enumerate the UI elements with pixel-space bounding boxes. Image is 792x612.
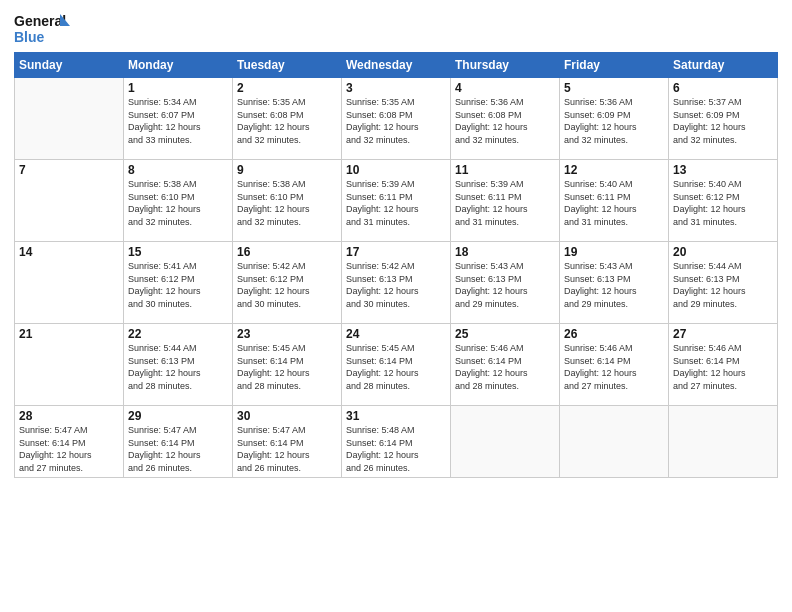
cell-info: Sunrise: 5:43 AM Sunset: 6:13 PM Dayligh…	[455, 260, 555, 310]
page: GeneralBlue SundayMondayTuesdayWednesday…	[0, 0, 792, 612]
calendar-table: SundayMondayTuesdayWednesdayThursdayFrid…	[14, 52, 778, 478]
day-number: 12	[564, 163, 664, 177]
calendar-cell: 23Sunrise: 5:45 AM Sunset: 6:14 PM Dayli…	[233, 324, 342, 406]
cell-info: Sunrise: 5:42 AM Sunset: 6:12 PM Dayligh…	[237, 260, 337, 310]
calendar-cell: 16Sunrise: 5:42 AM Sunset: 6:12 PM Dayli…	[233, 242, 342, 324]
day-number: 8	[128, 163, 228, 177]
cell-info: Sunrise: 5:47 AM Sunset: 6:14 PM Dayligh…	[19, 424, 119, 474]
day-number: 30	[237, 409, 337, 423]
cell-info: Sunrise: 5:34 AM Sunset: 6:07 PM Dayligh…	[128, 96, 228, 146]
day-header-sunday: Sunday	[15, 53, 124, 78]
calendar-cell: 22Sunrise: 5:44 AM Sunset: 6:13 PM Dayli…	[124, 324, 233, 406]
day-number: 28	[19, 409, 119, 423]
calendar-cell: 21	[15, 324, 124, 406]
calendar-cell: 17Sunrise: 5:42 AM Sunset: 6:13 PM Dayli…	[342, 242, 451, 324]
day-header-friday: Friday	[560, 53, 669, 78]
day-number: 21	[19, 327, 119, 341]
cell-info: Sunrise: 5:42 AM Sunset: 6:13 PM Dayligh…	[346, 260, 446, 310]
calendar-cell: 14	[15, 242, 124, 324]
day-number: 7	[19, 163, 119, 177]
day-number: 4	[455, 81, 555, 95]
calendar-cell: 1Sunrise: 5:34 AM Sunset: 6:07 PM Daylig…	[124, 78, 233, 160]
cell-info: Sunrise: 5:41 AM Sunset: 6:12 PM Dayligh…	[128, 260, 228, 310]
cell-info: Sunrise: 5:35 AM Sunset: 6:08 PM Dayligh…	[346, 96, 446, 146]
cell-info: Sunrise: 5:46 AM Sunset: 6:14 PM Dayligh…	[564, 342, 664, 392]
day-number: 2	[237, 81, 337, 95]
cell-info: Sunrise: 5:45 AM Sunset: 6:14 PM Dayligh…	[346, 342, 446, 392]
day-header-thursday: Thursday	[451, 53, 560, 78]
cell-info: Sunrise: 5:44 AM Sunset: 6:13 PM Dayligh…	[128, 342, 228, 392]
day-header-saturday: Saturday	[669, 53, 778, 78]
logo-svg: GeneralBlue	[14, 10, 74, 46]
cell-info: Sunrise: 5:44 AM Sunset: 6:13 PM Dayligh…	[673, 260, 773, 310]
calendar-cell: 12Sunrise: 5:40 AM Sunset: 6:11 PM Dayli…	[560, 160, 669, 242]
calendar-cell: 18Sunrise: 5:43 AM Sunset: 6:13 PM Dayli…	[451, 242, 560, 324]
day-number: 11	[455, 163, 555, 177]
day-number: 23	[237, 327, 337, 341]
calendar-cell: 2Sunrise: 5:35 AM Sunset: 6:08 PM Daylig…	[233, 78, 342, 160]
calendar-cell: 20Sunrise: 5:44 AM Sunset: 6:13 PM Dayli…	[669, 242, 778, 324]
day-number: 10	[346, 163, 446, 177]
cell-info: Sunrise: 5:48 AM Sunset: 6:14 PM Dayligh…	[346, 424, 446, 474]
cell-info: Sunrise: 5:38 AM Sunset: 6:10 PM Dayligh…	[128, 178, 228, 228]
cell-info: Sunrise: 5:39 AM Sunset: 6:11 PM Dayligh…	[455, 178, 555, 228]
cell-info: Sunrise: 5:40 AM Sunset: 6:11 PM Dayligh…	[564, 178, 664, 228]
day-header-wednesday: Wednesday	[342, 53, 451, 78]
cell-info: Sunrise: 5:36 AM Sunset: 6:08 PM Dayligh…	[455, 96, 555, 146]
calendar-cell: 10Sunrise: 5:39 AM Sunset: 6:11 PM Dayli…	[342, 160, 451, 242]
cell-info: Sunrise: 5:47 AM Sunset: 6:14 PM Dayligh…	[128, 424, 228, 474]
week-row-2: 78Sunrise: 5:38 AM Sunset: 6:10 PM Dayli…	[15, 160, 778, 242]
day-number: 29	[128, 409, 228, 423]
day-number: 31	[346, 409, 446, 423]
calendar-cell: 25Sunrise: 5:46 AM Sunset: 6:14 PM Dayli…	[451, 324, 560, 406]
day-number: 26	[564, 327, 664, 341]
cell-info: Sunrise: 5:35 AM Sunset: 6:08 PM Dayligh…	[237, 96, 337, 146]
cell-info: Sunrise: 5:39 AM Sunset: 6:11 PM Dayligh…	[346, 178, 446, 228]
calendar-cell	[560, 406, 669, 478]
logo: GeneralBlue	[14, 10, 74, 46]
calendar-cell: 6Sunrise: 5:37 AM Sunset: 6:09 PM Daylig…	[669, 78, 778, 160]
header: GeneralBlue	[14, 10, 778, 46]
calendar-cell	[15, 78, 124, 160]
week-row-4: 2122Sunrise: 5:44 AM Sunset: 6:13 PM Day…	[15, 324, 778, 406]
day-number: 27	[673, 327, 773, 341]
calendar-cell: 5Sunrise: 5:36 AM Sunset: 6:09 PM Daylig…	[560, 78, 669, 160]
calendar-cell: 30Sunrise: 5:47 AM Sunset: 6:14 PM Dayli…	[233, 406, 342, 478]
cell-info: Sunrise: 5:47 AM Sunset: 6:14 PM Dayligh…	[237, 424, 337, 474]
calendar-body: 1Sunrise: 5:34 AM Sunset: 6:07 PM Daylig…	[15, 78, 778, 478]
day-number: 16	[237, 245, 337, 259]
calendar-cell: 28Sunrise: 5:47 AM Sunset: 6:14 PM Dayli…	[15, 406, 124, 478]
calendar-cell: 15Sunrise: 5:41 AM Sunset: 6:12 PM Dayli…	[124, 242, 233, 324]
calendar-cell: 13Sunrise: 5:40 AM Sunset: 6:12 PM Dayli…	[669, 160, 778, 242]
day-number: 13	[673, 163, 773, 177]
cell-info: Sunrise: 5:36 AM Sunset: 6:09 PM Dayligh…	[564, 96, 664, 146]
calendar-cell: 24Sunrise: 5:45 AM Sunset: 6:14 PM Dayli…	[342, 324, 451, 406]
cell-info: Sunrise: 5:40 AM Sunset: 6:12 PM Dayligh…	[673, 178, 773, 228]
day-number: 20	[673, 245, 773, 259]
week-row-1: 1Sunrise: 5:34 AM Sunset: 6:07 PM Daylig…	[15, 78, 778, 160]
cell-info: Sunrise: 5:45 AM Sunset: 6:14 PM Dayligh…	[237, 342, 337, 392]
calendar-cell: 31Sunrise: 5:48 AM Sunset: 6:14 PM Dayli…	[342, 406, 451, 478]
cell-info: Sunrise: 5:38 AM Sunset: 6:10 PM Dayligh…	[237, 178, 337, 228]
calendar-cell: 4Sunrise: 5:36 AM Sunset: 6:08 PM Daylig…	[451, 78, 560, 160]
day-header-tuesday: Tuesday	[233, 53, 342, 78]
calendar-cell: 27Sunrise: 5:46 AM Sunset: 6:14 PM Dayli…	[669, 324, 778, 406]
calendar-cell: 26Sunrise: 5:46 AM Sunset: 6:14 PM Dayli…	[560, 324, 669, 406]
week-row-3: 1415Sunrise: 5:41 AM Sunset: 6:12 PM Day…	[15, 242, 778, 324]
calendar-cell: 19Sunrise: 5:43 AM Sunset: 6:13 PM Dayli…	[560, 242, 669, 324]
day-number: 3	[346, 81, 446, 95]
calendar-cell: 11Sunrise: 5:39 AM Sunset: 6:11 PM Dayli…	[451, 160, 560, 242]
svg-text:Blue: Blue	[14, 29, 45, 45]
day-number: 9	[237, 163, 337, 177]
week-row-5: 28Sunrise: 5:47 AM Sunset: 6:14 PM Dayli…	[15, 406, 778, 478]
cell-info: Sunrise: 5:43 AM Sunset: 6:13 PM Dayligh…	[564, 260, 664, 310]
calendar-cell	[669, 406, 778, 478]
calendar-cell: 9Sunrise: 5:38 AM Sunset: 6:10 PM Daylig…	[233, 160, 342, 242]
day-header-monday: Monday	[124, 53, 233, 78]
days-header-row: SundayMondayTuesdayWednesdayThursdayFrid…	[15, 53, 778, 78]
day-number: 6	[673, 81, 773, 95]
calendar-cell: 7	[15, 160, 124, 242]
calendar-cell	[451, 406, 560, 478]
day-number: 14	[19, 245, 119, 259]
calendar-cell: 3Sunrise: 5:35 AM Sunset: 6:08 PM Daylig…	[342, 78, 451, 160]
